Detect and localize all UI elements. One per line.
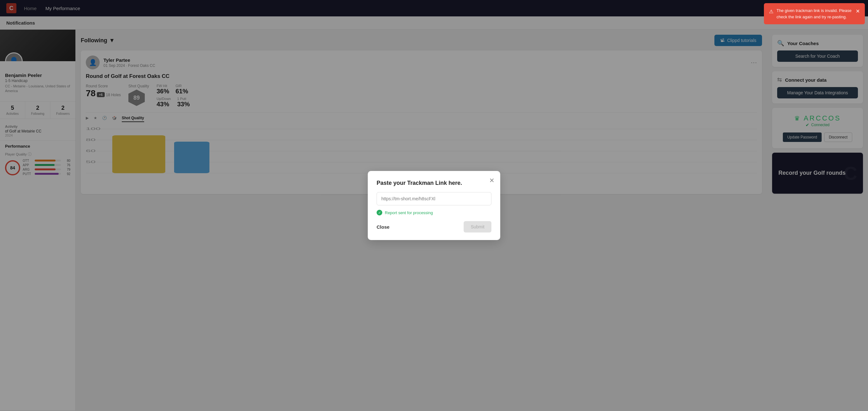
modal-close-button[interactable]: Close	[377, 224, 390, 230]
toast-message: The given trackman link is invalid. Plea…	[777, 7, 852, 20]
trackman-link-input[interactable]	[377, 192, 491, 205]
success-check-icon: ✓	[377, 210, 382, 215]
modal-title: Paste your Trackman Link here.	[377, 180, 491, 186]
modal-submit-button[interactable]: Submit	[464, 221, 491, 232]
toast-warning-icon: ⚠	[769, 8, 773, 15]
trackman-modal: Paste your Trackman Link here. ✕ ✓ Repor…	[368, 171, 500, 240]
modal-success-message: ✓ Report sent for processing	[377, 210, 491, 215]
modal-footer: Close Submit	[377, 221, 491, 232]
modal-close-x-button[interactable]: ✕	[489, 177, 495, 184]
modal-overlay: Paste your Trackman Link here. ✕ ✓ Repor…	[0, 0, 868, 411]
toast-close-btn[interactable]: ✕	[856, 7, 860, 15]
error-toast: ⚠ The given trackman link is invalid. Pl…	[764, 3, 865, 24]
